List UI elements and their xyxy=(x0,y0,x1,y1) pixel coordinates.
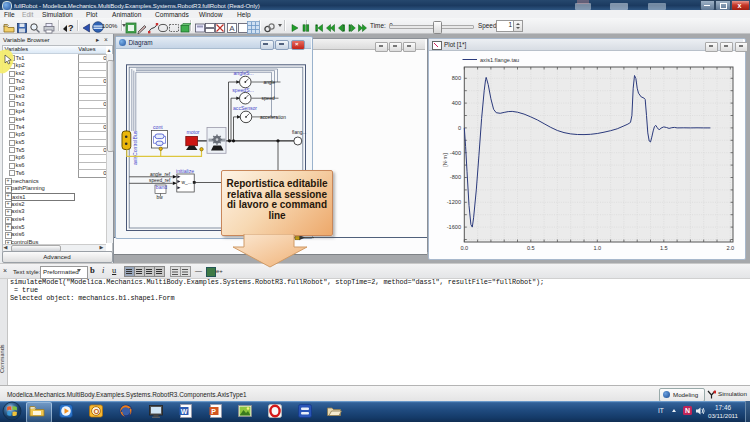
svg-text:motor: motor xyxy=(187,129,200,135)
svg-text:?: ? xyxy=(68,23,74,33)
svg-text:A: A xyxy=(229,24,235,33)
svg-text:bw: bw xyxy=(157,195,164,200)
svg-text:cont: cont xyxy=(153,124,163,130)
svg-text:acceleration: acceleration xyxy=(260,115,286,120)
svg-text:accSensor: accSensor xyxy=(233,105,257,111)
svg-text:initialize: initialize xyxy=(176,168,194,174)
svg-text:angle_ref: angle_ref xyxy=(150,172,171,177)
svg-text:w_...: w_... xyxy=(182,180,192,185)
svg-text:band: band xyxy=(156,184,167,190)
svg-text:speed_ref: speed_ref xyxy=(149,178,171,183)
svg-text:angle: angle xyxy=(264,80,276,85)
svg-text:flang...: flang... xyxy=(292,130,306,135)
svg-text:axisControlBus: axisControlBus xyxy=(132,130,138,165)
svg-text:W: W xyxy=(181,408,188,415)
svg-text:P: P xyxy=(211,408,216,415)
svg-text:angleS...: angleS... xyxy=(234,70,254,76)
svg-text:O: O xyxy=(94,407,100,416)
svg-text:speedS...: speedS... xyxy=(232,87,254,93)
svg-text:speed: speed xyxy=(262,96,275,101)
